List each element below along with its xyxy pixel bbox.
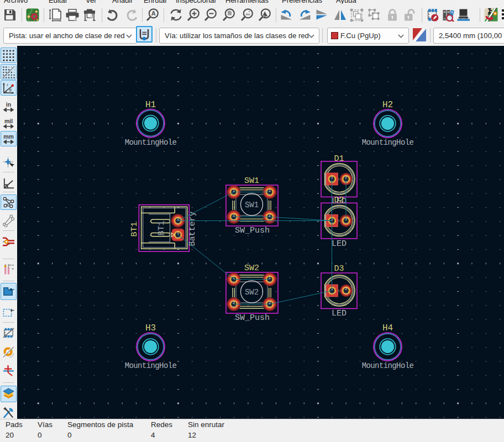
svg-text:gnd: gnd bbox=[344, 292, 349, 294]
svg-text:gnd: gnd bbox=[232, 218, 236, 220]
svg-text:θ: θ bbox=[9, 87, 12, 93]
svg-text:SW1: SW1 bbox=[245, 201, 259, 209]
svg-text:gnd: gnd bbox=[267, 281, 272, 283]
svg-text:gnd: gnd bbox=[267, 306, 272, 308]
svg-text:SW2: SW2 bbox=[245, 288, 259, 297]
svg-text:D1: D1 bbox=[334, 154, 344, 164]
svg-text:LED: LED bbox=[332, 239, 347, 249]
svg-text:SW_Push: SW_Push bbox=[235, 226, 270, 235]
svg-text:mil: mil bbox=[4, 118, 13, 124]
svg-text:A: A bbox=[151, 10, 156, 17]
svg-text:gnd: gnd bbox=[232, 193, 236, 196]
svg-text:in: in bbox=[6, 101, 11, 107]
svg-text:BT1: BT1 bbox=[157, 220, 166, 235]
svg-text:D3: D3 bbox=[334, 264, 344, 273]
svg-text:H1: H1 bbox=[145, 100, 156, 110]
svg-text:Battery: Battery bbox=[188, 211, 197, 246]
svg-text:H2: H2 bbox=[382, 100, 393, 110]
svg-text:SW_Push: SW_Push bbox=[235, 313, 270, 323]
svg-text:LED: LED bbox=[332, 309, 347, 318]
svg-text:BT1: BT1 bbox=[130, 222, 139, 236]
svg-text:gnd: gnd bbox=[232, 306, 236, 308]
svg-text:gnd: gnd bbox=[176, 222, 180, 224]
svg-text:gnd: gnd bbox=[330, 222, 334, 224]
svg-text:gnd: gnd bbox=[344, 222, 349, 224]
svg-text:gnd: gnd bbox=[330, 181, 334, 183]
svg-text:SW2: SW2 bbox=[244, 264, 259, 273]
svg-text:gnd: gnd bbox=[330, 292, 334, 294]
svg-text:SW1: SW1 bbox=[244, 176, 259, 186]
svg-text:gnd: gnd bbox=[176, 236, 180, 239]
svg-text:MountingHole: MountingHole bbox=[362, 361, 414, 370]
svg-text:D2: D2 bbox=[334, 196, 344, 205]
svg-text:H4: H4 bbox=[382, 323, 393, 333]
svg-text:MountingHole: MountingHole bbox=[125, 361, 177, 370]
svg-text:1: 1 bbox=[331, 175, 334, 180]
svg-text:H3: H3 bbox=[145, 323, 156, 333]
svg-text:gnd: gnd bbox=[232, 281, 236, 283]
svg-text:r: r bbox=[7, 82, 9, 87]
svg-text:gnd: gnd bbox=[267, 193, 272, 196]
svg-text:MountingHole: MountingHole bbox=[125, 138, 177, 147]
svg-text:mm: mm bbox=[3, 133, 14, 140]
svg-text:2: 2 bbox=[345, 287, 348, 291]
svg-text:MountingHole: MountingHole bbox=[362, 138, 414, 147]
svg-text:gnd: gnd bbox=[267, 218, 272, 220]
